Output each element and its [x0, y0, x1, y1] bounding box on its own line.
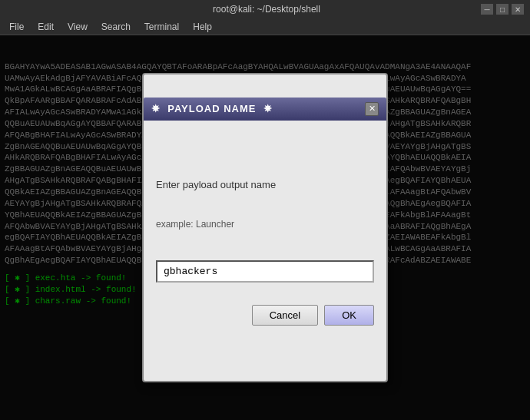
- window-controls: ─ □ ✕: [481, 4, 524, 15]
- payload-name-modal: ✵ PAYLOAD NAME ✵ ✕ Enter payload output …: [142, 73, 388, 382]
- modal-example: example: Launcher: [156, 218, 374, 230]
- menu-item-search[interactable]: Search: [95, 20, 137, 34]
- menu-bar: FileEditViewSearchTerminalHelp: [0, 18, 530, 35]
- payload-name-input[interactable]: [156, 260, 374, 283]
- minimize-button[interactable]: ─: [481, 4, 493, 15]
- modal-titlebar: ✵ PAYLOAD NAME ✵ ✕: [144, 98, 386, 121]
- modal-overlay: ✵ PAYLOAD NAME ✵ ✕ Enter payload output …: [0, 35, 530, 420]
- close-button[interactable]: ✕: [512, 4, 524, 15]
- cancel-button[interactable]: Cancel: [252, 305, 318, 326]
- window-title: root@kali: ~/Desktop/shell: [52, 4, 481, 15]
- title-bar: root@kali: ~/Desktop/shell ─ □ ✕: [0, 0, 530, 18]
- menu-item-file[interactable]: File: [3, 20, 30, 34]
- modal-title: ✵ PAYLOAD NAME ✵: [151, 102, 273, 116]
- modal-body: Enter payload output name example: Launc…: [144, 144, 386, 358]
- ok-button[interactable]: OK: [324, 305, 374, 326]
- maximize-button[interactable]: □: [496, 4, 508, 15]
- modal-close-button[interactable]: ✕: [365, 102, 379, 116]
- menu-item-help[interactable]: Help: [187, 20, 218, 34]
- modal-description: Enter payload output name: [156, 178, 374, 192]
- menu-item-view[interactable]: View: [61, 20, 94, 34]
- terminal[interactable]: BGAHYAYwA5ADEASAB1AGwASAB4AGQAYQBTAFoARA…: [0, 35, 530, 420]
- menu-item-terminal[interactable]: Terminal: [138, 20, 185, 34]
- modal-buttons: Cancel OK: [156, 305, 374, 326]
- menu-item-edit[interactable]: Edit: [31, 20, 60, 34]
